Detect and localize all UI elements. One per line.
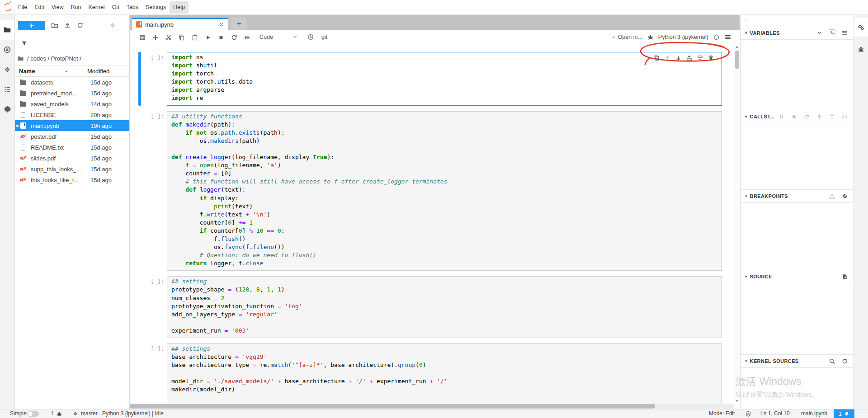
duplicate-cell-icon[interactable]: [653, 55, 660, 61]
bug-status-icon[interactable]: [56, 411, 62, 417]
section-header[interactable]: ▾VARIABLES: [741, 26, 854, 40]
delete-cell-icon[interactable]: [708, 55, 714, 61]
evaluate-code-icon[interactable]: [841, 113, 848, 120]
property-inspector-tab[interactable]: [854, 18, 868, 37]
cell-editor[interactable]: ## utility functionsdef makedir(path): i…: [167, 111, 722, 271]
table-of-contents-tab-tab[interactable]: [0, 80, 14, 99]
copy-cells-button[interactable]: [178, 34, 185, 41]
scroll-up-arrow[interactable]: ▲: [734, 45, 740, 49]
cell-editor[interactable]: ## settingprototype_shape = (128, 8, 1, …: [167, 276, 722, 338]
horizontal-scrollbar[interactable]: [130, 404, 734, 409]
menu-item-tabs[interactable]: Tabs: [123, 1, 142, 14]
debugger-tab-bug-icon[interactable]: [857, 46, 865, 53]
cell-editor[interactable]: import osimport shutilimport torchimport…: [167, 52, 722, 106]
breadcrumb[interactable]: / codes / ProtoPNet /: [17, 53, 81, 64]
extension-manager-tab-tab[interactable]: [0, 99, 14, 119]
kernel-selector[interactable]: Python 3 (ipykernel): [658, 34, 708, 40]
cut-cells-button[interactable]: [165, 34, 172, 41]
chevron-down-icon[interactable]: [292, 34, 298, 40]
menu-item-run[interactable]: Run: [67, 1, 85, 14]
variables-view-dropdown-icon[interactable]: [816, 29, 823, 36]
kernel-status-text[interactable]: Python 3 (ipykernel) | Idle: [102, 409, 164, 418]
menu-item-settings[interactable]: Settings: [142, 1, 170, 14]
scrollbar-thumb[interactable]: [735, 51, 739, 69]
file-row[interactable]: PDFthis_looks_like_t...15d ago: [15, 174, 129, 185]
cell-editor[interactable]: ## settingsbase_architecture = 'vgg19'ba…: [167, 343, 722, 409]
simple-mode-toggle[interactable]: [27, 411, 39, 417]
file-row[interactable]: main.ipynb19h ago: [15, 120, 129, 131]
pause-icon[interactable]: [778, 113, 785, 120]
file-row[interactable]: LICENSE20h ago: [15, 109, 129, 120]
sort-ascending-icon[interactable]: [64, 69, 69, 74]
section-header[interactable]: ▾BREAKPOINTS: [741, 189, 854, 203]
terminate-icon[interactable]: [791, 113, 797, 120]
notebook-cell[interactable]: [ ]:## settingprototype_shape = (128, 8,…: [130, 276, 740, 338]
refresh-file-list-button[interactable]: [76, 22, 84, 29]
pause-on-exception-icon[interactable]: [829, 193, 835, 200]
file-row[interactable]: saved_models14d ago: [15, 99, 129, 109]
mode-indicator[interactable]: Mode: Edit: [709, 409, 735, 418]
open-in-dropdown[interactable]: Open in...: [611, 34, 642, 40]
file-row[interactable]: datasets15d ago: [15, 77, 129, 88]
file-row[interactable]: PDFslides.pdf15d ago: [15, 153, 129, 164]
column-header-modified[interactable]: Modified: [87, 68, 109, 75]
file-row[interactable]: README.txt15d ago: [15, 142, 129, 153]
git-tab-tab[interactable]: [0, 60, 14, 80]
file-row[interactable]: PDFposter.pdf15d ago: [15, 131, 129, 142]
trusted-shield-icon[interactable]: [745, 411, 751, 417]
save-button[interactable]: [139, 34, 146, 41]
kernel-status-circle-icon[interactable]: [713, 34, 720, 41]
column-header-name[interactable]: Name: [19, 68, 35, 75]
vertical-scrollbar[interactable]: ▲ ▼: [734, 44, 740, 404]
step-into-icon[interactable]: [816, 113, 823, 120]
section-header[interactable]: ▾CALLST...: [741, 110, 854, 123]
move-cell-up-icon[interactable]: [664, 55, 671, 61]
git-branch-name[interactable]: master: [81, 409, 98, 418]
new-folder-button[interactable]: [51, 22, 58, 29]
git-toolbar-button[interactable]: git: [321, 34, 327, 40]
insert-cell-below-icon[interactable]: [697, 55, 703, 61]
interrupt-kernel-button[interactable]: [217, 34, 225, 41]
scrollbar-thumb[interactable]: [130, 404, 655, 409]
scroll-down-arrow[interactable]: ▼: [734, 399, 740, 403]
notebook-cell[interactable]: [ ]:## utility functionsdef makedir(path…: [130, 111, 740, 271]
insert-cell-above-icon[interactable]: [686, 55, 693, 61]
refresh-icon[interactable]: [841, 358, 848, 365]
hamburger-menu-icon[interactable]: [724, 33, 731, 41]
tab-main-ipynb[interactable]: main.ipynb: [132, 18, 228, 30]
restart-run-all-button[interactable]: [244, 34, 251, 41]
new-launcher-button[interactable]: [18, 21, 45, 30]
step-over-icon[interactable]: [803, 113, 810, 120]
paste-cells-button[interactable]: [191, 34, 198, 41]
cursor-position[interactable]: Ln 1, Col 10: [760, 409, 790, 418]
cell-type-dropdown[interactable]: Code: [259, 34, 273, 40]
open-source-icon[interactable]: [841, 273, 848, 280]
close-tab-icon[interactable]: [219, 22, 224, 27]
deactivate-breakpoints-icon[interactable]: [841, 193, 848, 200]
filter-files-icon[interactable]: [21, 40, 28, 47]
file-row[interactable]: pretrained_mod...15d ago: [15, 88, 129, 99]
file-row[interactable]: PDFsupp_this_looks_...15d ago: [15, 164, 129, 174]
debugger-bug-icon[interactable]: [647, 34, 654, 41]
menu-item-file[interactable]: File: [14, 1, 31, 14]
section-header[interactable]: ▾KERNEL SOURCES: [741, 354, 854, 368]
menu-item-kernel[interactable]: Kernel: [85, 1, 108, 14]
menu-item-edit[interactable]: Edit: [31, 1, 48, 14]
move-cell-down-icon[interactable]: [675, 55, 682, 61]
restart-kernel-button[interactable]: [231, 34, 238, 41]
table-view-icon[interactable]: [841, 29, 848, 36]
run-cell-button[interactable]: [204, 34, 212, 41]
section-header[interactable]: ▾SOURCE: [741, 270, 854, 283]
tree-view-icon[interactable]: [829, 29, 835, 36]
file-browser-tab-tab[interactable]: [0, 20, 14, 40]
insert-cell-button[interactable]: [152, 34, 159, 41]
step-out-icon[interactable]: [829, 113, 835, 120]
notifications-badge[interactable]: 1: [834, 409, 854, 418]
menu-item-git[interactable]: Git: [108, 1, 123, 14]
upload-files-button[interactable]: [64, 22, 71, 29]
menu-item-view[interactable]: View: [48, 1, 67, 14]
new-tab-button[interactable]: [231, 18, 246, 30]
checkpoint-clock-icon[interactable]: [307, 33, 314, 41]
git-clone-button[interactable]: [109, 22, 116, 29]
notebook-cell[interactable]: [ ]:## settingsbase_architecture = 'vgg1…: [130, 343, 740, 409]
